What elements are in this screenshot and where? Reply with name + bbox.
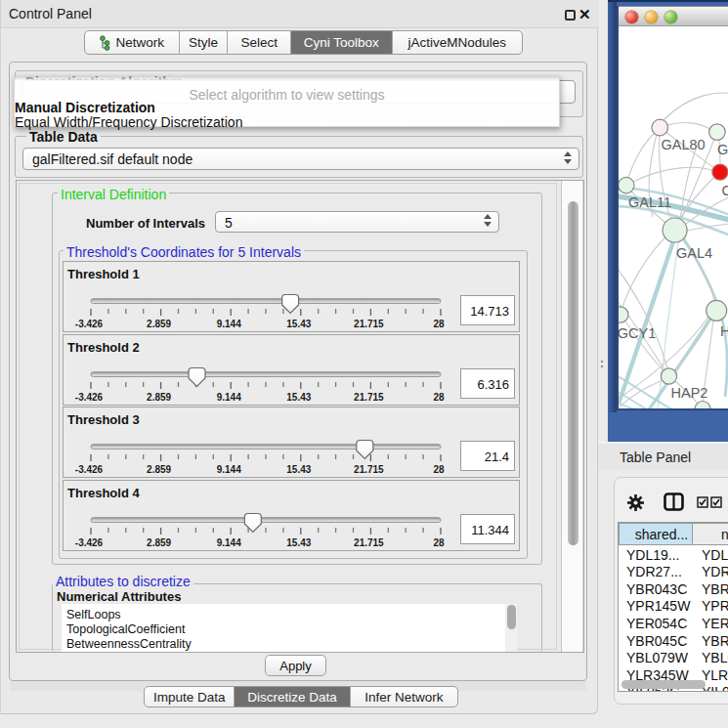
svg-text:28: 28 xyxy=(433,464,445,475)
svg-text:-3.426: -3.426 xyxy=(75,464,104,475)
svg-text:9.144: 9.144 xyxy=(217,319,241,329)
svg-text:2.859: 2.859 xyxy=(147,464,171,475)
svg-text:-3.426: -3.426 xyxy=(75,319,104,329)
svg-text:-3.426: -3.426 xyxy=(75,536,104,547)
svg-text:15.43: 15.43 xyxy=(286,391,311,402)
svg-text:HIS: HIS xyxy=(720,323,728,339)
svg-text:9.144: 9.144 xyxy=(217,536,241,547)
svg-text:9.144: 9.144 xyxy=(217,391,241,402)
svg-text:28: 28 xyxy=(433,536,445,547)
svg-text:15.43: 15.43 xyxy=(286,464,311,475)
svg-text:28: 28 xyxy=(433,391,445,402)
svg-text:-3.426: -3.426 xyxy=(75,391,104,402)
svg-text:HAP2: HAP2 xyxy=(671,385,708,401)
svg-text:15.43: 15.43 xyxy=(286,536,311,547)
svg-text:CDC: CDC xyxy=(722,183,728,198)
svg-text:28: 28 xyxy=(433,319,445,329)
svg-text:2.859: 2.859 xyxy=(147,536,171,547)
svg-text:2.859: 2.859 xyxy=(147,319,171,329)
svg-text:21.715: 21.715 xyxy=(354,391,384,402)
svg-text:GAL11: GAL11 xyxy=(628,194,671,210)
svg-text:GAL4: GAL4 xyxy=(676,245,712,261)
svg-text:21.715: 21.715 xyxy=(354,536,384,547)
svg-text:21.715: 21.715 xyxy=(354,319,384,329)
svg-text:2.859: 2.859 xyxy=(147,391,171,402)
svg-text:9.144: 9.144 xyxy=(217,464,241,475)
svg-text:GAL80: GAL80 xyxy=(662,137,706,152)
svg-text:GCY1: GCY1 xyxy=(619,325,656,341)
svg-text:15.43: 15.43 xyxy=(286,319,311,329)
svg-text:GAL7: GAL7 xyxy=(717,142,728,157)
svg-text:21.715: 21.715 xyxy=(354,464,384,475)
